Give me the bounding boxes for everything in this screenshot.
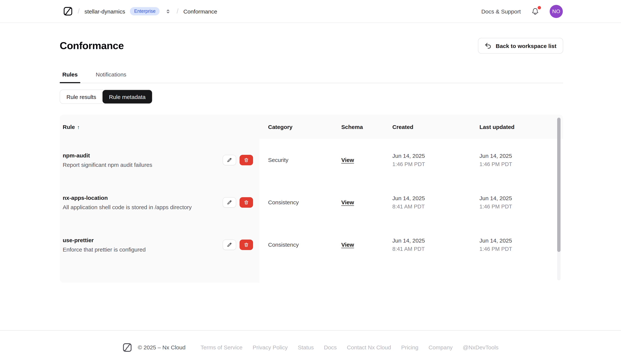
footer-links: Terms of Service Privacy Policy Status D… xyxy=(201,344,499,350)
created-date: Jun 14, 2025 xyxy=(392,195,473,201)
table-scrollbar-thumb[interactable] xyxy=(557,118,561,252)
delete-rule-button[interactable] xyxy=(240,239,253,250)
rule-description: Enforce that prettier is configured xyxy=(63,246,146,253)
footer-link-terms[interactable]: Terms of Service xyxy=(201,344,242,350)
updated-date: Jun 14, 2025 xyxy=(480,153,558,159)
return-arrow-icon xyxy=(485,42,492,49)
nav-actions: Docs & Support NO xyxy=(481,5,563,18)
created-date: Jun 14, 2025 xyxy=(392,237,473,244)
edit-rule-button[interactable] xyxy=(223,155,236,165)
footer-link-privacy[interactable]: Privacy Policy xyxy=(253,344,288,350)
rule-name: nx-apps-location xyxy=(63,194,192,201)
row-actions xyxy=(223,197,253,207)
footer: © 2025 – Nx Cloud Terms of Service Priva… xyxy=(0,330,621,364)
workspace-switcher-button[interactable] xyxy=(165,8,172,15)
pencil-icon xyxy=(227,157,232,162)
pencil-icon xyxy=(227,242,232,247)
footer-link-nxdevtools[interactable]: @NxDevTools xyxy=(463,344,499,350)
tab-rules-label: Rules xyxy=(62,71,78,78)
table-scrollbar-track[interactable] xyxy=(557,117,561,280)
footer-link-contact[interactable]: Contact Nx Cloud xyxy=(347,344,391,350)
page-title: Conformance xyxy=(60,40,124,51)
notification-dot xyxy=(538,6,541,9)
edit-rule-button[interactable] xyxy=(223,239,236,250)
trash-icon xyxy=(244,157,249,162)
rule-name: use-prettier xyxy=(63,237,146,243)
edit-rule-button[interactable] xyxy=(223,197,236,207)
rule-cell: npm-audit Report significant npm audit f… xyxy=(63,152,152,168)
rule-results-toggle[interactable]: Rule results xyxy=(60,90,103,103)
rule-name: npm-audit xyxy=(63,152,152,158)
created-time: 8:41 AM PDT xyxy=(392,246,473,252)
rule-view-toggle: Rule results Rule metadata xyxy=(60,90,153,104)
table-row: npm-audit Report significant npm audit f… xyxy=(60,139,563,181)
footer-link-status[interactable]: Status xyxy=(298,344,314,350)
tab-notifications-label: Notifications xyxy=(96,71,126,78)
rule-category: Consistency xyxy=(259,241,335,248)
created-time: 8:41 AM PDT xyxy=(392,204,473,209)
breadcrumb-page: Conformance xyxy=(183,8,217,15)
table-row: use-prettier Enforce that prettier is co… xyxy=(60,223,563,266)
chevron-up-down-icon xyxy=(165,8,171,14)
breadcrumb-workspace[interactable]: stellar-dynamics xyxy=(85,8,125,15)
notifications-button[interactable] xyxy=(531,7,540,16)
footer-brand: © 2025 – Nx Cloud xyxy=(122,342,186,352)
trash-icon xyxy=(244,242,249,247)
delete-rule-button[interactable] xyxy=(240,197,253,207)
main-content: Conformance Back to workspace list Rules… xyxy=(60,23,563,283)
sort-ascending-icon: ↑ xyxy=(77,124,80,130)
column-header-schema[interactable]: Schema xyxy=(335,124,387,130)
column-header-created[interactable]: Created xyxy=(387,124,473,130)
app-window: / stellar-dynamics Enterprise / Conforma… xyxy=(0,0,621,364)
rule-description: All application shell code is stored in … xyxy=(63,204,192,210)
nx-logo-icon xyxy=(122,342,132,352)
tab-rules[interactable]: Rules xyxy=(60,71,80,83)
breadcrumb-separator: / xyxy=(177,7,178,15)
column-header-rule[interactable]: Rule↑ xyxy=(60,124,259,130)
column-header-category[interactable]: Category xyxy=(259,124,335,130)
user-avatar[interactable]: NO xyxy=(550,5,563,18)
rule-category: Consistency xyxy=(259,199,335,206)
back-to-workspace-list-button[interactable]: Back to workspace list xyxy=(478,38,563,54)
schema-view-link[interactable]: View xyxy=(341,199,354,205)
breadcrumb: / stellar-dynamics Enterprise / Conforma… xyxy=(63,6,217,16)
delete-rule-button[interactable] xyxy=(240,155,253,165)
rule-cell: nx-apps-location All application shell c… xyxy=(63,194,192,210)
enterprise-badge: Enterprise xyxy=(130,7,160,15)
updated-date: Jun 14, 2025 xyxy=(480,195,558,201)
footer-link-pricing[interactable]: Pricing xyxy=(401,344,418,350)
table-row: nx-apps-location All application shell c… xyxy=(60,181,563,223)
updated-time: 1:46 PM PDT xyxy=(480,246,558,252)
rules-table: Rule↑ Category Schema Created Last updat… xyxy=(60,115,563,283)
footer-link-docs[interactable]: Docs xyxy=(324,344,337,350)
trash-icon xyxy=(244,200,249,205)
breadcrumb-separator: / xyxy=(78,7,80,15)
rule-description: Report significant npm audit failures xyxy=(63,161,152,168)
updated-time: 1:46 PM PDT xyxy=(480,204,558,209)
tab-bar: Rules Notifications xyxy=(60,71,563,83)
top-nav: / stellar-dynamics Enterprise / Conforma… xyxy=(0,0,621,23)
schema-view-link[interactable]: View xyxy=(341,241,354,248)
tab-notifications[interactable]: Notifications xyxy=(93,71,129,83)
table-header-row: Rule↑ Category Schema Created Last updat… xyxy=(60,115,563,139)
rule-cell: use-prettier Enforce that prettier is co… xyxy=(63,237,146,253)
footer-link-company[interactable]: Company xyxy=(429,344,453,350)
nx-logo-icon xyxy=(63,6,73,16)
schema-view-link[interactable]: View xyxy=(341,157,354,163)
row-actions xyxy=(223,155,253,165)
created-date: Jun 14, 2025 xyxy=(392,153,473,159)
updated-time: 1:46 PM PDT xyxy=(480,161,558,167)
column-header-rule-label: Rule xyxy=(63,124,75,130)
created-time: 1:46 PM PDT xyxy=(392,161,473,167)
back-button-label: Back to workspace list xyxy=(496,43,556,49)
rule-metadata-toggle[interactable]: Rule metadata xyxy=(103,90,152,103)
column-header-last-updated[interactable]: Last updated xyxy=(473,124,558,130)
pencil-icon xyxy=(227,200,232,205)
row-actions xyxy=(223,239,253,250)
updated-date: Jun 14, 2025 xyxy=(480,237,558,244)
nx-cloud-logo[interactable] xyxy=(63,6,73,16)
copyright-text: © 2025 – Nx Cloud xyxy=(138,344,186,350)
rule-category: Security xyxy=(259,157,335,163)
docs-support-link[interactable]: Docs & Support xyxy=(481,8,521,15)
